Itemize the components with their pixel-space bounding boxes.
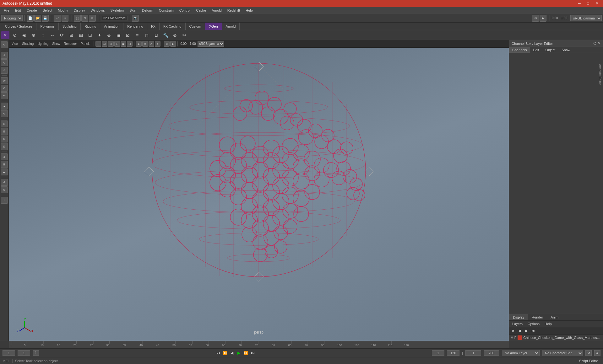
range-start2-input[interactable] bbox=[465, 350, 481, 356]
rotate-tool[interactable]: ↻ bbox=[1, 59, 8, 66]
menu-skin[interactable]: Skin bbox=[127, 8, 139, 13]
scale-tool[interactable]: ⤢ bbox=[1, 67, 8, 74]
render-settings-button[interactable]: ⚙ bbox=[532, 15, 539, 22]
undo-button[interactable]: ↩ bbox=[54, 15, 61, 22]
frame-settings-icon[interactable]: ◈ bbox=[594, 350, 600, 356]
vp-icon-4[interactable]: ⊟ bbox=[114, 41, 120, 47]
options-menu[interactable]: Options bbox=[526, 321, 541, 326]
vp-icon-7[interactable]: ◈ bbox=[136, 41, 142, 47]
play-back-button[interactable]: ◀ bbox=[229, 350, 235, 356]
menu-file[interactable]: File bbox=[1, 8, 12, 13]
layer-prev[interactable]: ◀ bbox=[517, 328, 522, 334]
xgen-tool-13[interactable]: ▣ bbox=[114, 31, 122, 39]
color-profile-select[interactable]: sRGB gamma bbox=[570, 15, 602, 21]
vp-icon-3[interactable]: ⊞ bbox=[108, 41, 114, 47]
xgen-tool-1[interactable]: ✕ bbox=[1, 31, 9, 39]
cbl-tab-render[interactable]: Render bbox=[528, 314, 547, 320]
layer-next-next[interactable]: ⏭ bbox=[530, 328, 536, 334]
channel-box-expand[interactable]: ⬡ bbox=[593, 41, 596, 46]
paint-tool[interactable]: ✏ bbox=[1, 92, 8, 99]
xgen-tool-16[interactable]: ⊓ bbox=[143, 31, 151, 39]
cb-tab-show[interactable]: Show bbox=[558, 47, 573, 53]
play-forward-button[interactable]: ▶ bbox=[236, 350, 242, 356]
display-tool-4[interactable]: ⊡ bbox=[1, 143, 8, 150]
viewport-content[interactable]: persp Y X Z bbox=[9, 48, 509, 341]
connection-tool[interactable]: ⇌ bbox=[1, 169, 8, 175]
curve-tool[interactable]: ∿ bbox=[1, 110, 8, 117]
move-tool[interactable]: ✛ bbox=[1, 52, 8, 59]
tab-curves-surfaces[interactable]: Curves / Surfaces bbox=[1, 23, 36, 30]
xgen-tool-19[interactable]: ⊗ bbox=[171, 31, 179, 39]
cbl-tab-anim[interactable]: Anim bbox=[547, 314, 562, 320]
menu-deform[interactable]: Deform bbox=[139, 8, 156, 13]
paint-select-button[interactable]: ✏ bbox=[89, 15, 96, 22]
char-set-icon[interactable]: ⚙ bbox=[585, 350, 592, 356]
workspace-selector[interactable]: Rigging bbox=[1, 15, 23, 21]
xgen-tool-14[interactable]: ⊠ bbox=[124, 31, 132, 39]
xgen-tool-15[interactable]: ≡ bbox=[133, 31, 141, 39]
attr-spread-tool[interactable]: ⊞ bbox=[1, 161, 8, 168]
tab-polygons[interactable]: Polygons bbox=[36, 23, 58, 30]
xgen-tool-6[interactable]: ↔ bbox=[48, 31, 57, 39]
go-end-button[interactable]: ⏭ bbox=[250, 350, 256, 356]
script-editor-button[interactable]: Script Editor bbox=[577, 358, 600, 363]
cb-tab-channels[interactable]: Channels bbox=[509, 47, 530, 53]
lighting-menu[interactable]: Lighting bbox=[36, 41, 50, 46]
menu-redshift[interactable]: Redshift bbox=[225, 8, 242, 13]
cb-tab-object[interactable]: Object bbox=[542, 47, 558, 53]
range-end2-input[interactable] bbox=[484, 350, 499, 356]
select-tool-button[interactable]: ⬚ bbox=[74, 15, 81, 22]
minimize-button[interactable]: ─ bbox=[576, 1, 583, 6]
tab-fx-caching[interactable]: FX Caching bbox=[160, 23, 185, 30]
xgen-tool-17[interactable]: ⊔ bbox=[152, 31, 160, 39]
menu-windows[interactable]: Windows bbox=[88, 8, 107, 13]
soft-select[interactable]: ◎ bbox=[1, 77, 8, 84]
channel-box-close[interactable]: ✕ bbox=[598, 41, 600, 46]
xgen-tool-2[interactable]: ⊙ bbox=[11, 31, 19, 39]
xgen-tool-10[interactable]: ⊡ bbox=[86, 31, 94, 39]
layers-menu[interactable]: Layers bbox=[510, 321, 524, 326]
menu-control[interactable]: Control bbox=[177, 8, 193, 13]
render-view-tool[interactable]: ◈ bbox=[1, 153, 8, 160]
range-start-input[interactable] bbox=[3, 350, 15, 356]
menu-modify[interactable]: Modify bbox=[55, 8, 70, 13]
maximize-button[interactable]: □ bbox=[585, 1, 591, 6]
extra-tool-3[interactable]: + bbox=[1, 197, 8, 204]
range-end-input[interactable] bbox=[447, 350, 459, 356]
display-tool-2[interactable]: ⊟ bbox=[1, 128, 8, 135]
open-scene-button[interactable]: 📂 bbox=[34, 15, 41, 22]
step-forward-button[interactable]: ⏩ bbox=[243, 350, 249, 356]
menu-help[interactable]: Help bbox=[243, 8, 255, 13]
vp-icon-11[interactable]: ⊛ bbox=[164, 41, 170, 47]
sculpt-tool[interactable]: ▲ bbox=[1, 103, 8, 110]
range-end-right-input[interactable] bbox=[432, 350, 444, 356]
vp-icon-8[interactable]: ⊕ bbox=[142, 41, 148, 47]
menu-create[interactable]: Create bbox=[24, 8, 40, 13]
close-button[interactable]: ✕ bbox=[594, 1, 600, 6]
layer-visibility[interactable]: V bbox=[511, 336, 513, 340]
timeline-ruler[interactable]: 1 5 10 15 20 25 30 35 40 bbox=[9, 341, 509, 348]
menu-select[interactable]: Select bbox=[40, 8, 55, 13]
cbl-tab-display[interactable]: Display bbox=[509, 314, 528, 320]
tab-rendering[interactable]: Rendering bbox=[123, 23, 147, 30]
tab-xgen[interactable]: XGen bbox=[205, 23, 222, 30]
xgen-tool-9[interactable]: ▧ bbox=[77, 31, 85, 39]
tab-rigging[interactable]: Rigging bbox=[81, 23, 100, 30]
vp-icon-6[interactable]: ⊡ bbox=[127, 41, 133, 47]
layer-item[interactable]: V P Chinese_Checkers_Game_with_Glass_Mar… bbox=[509, 335, 603, 341]
go-start-button[interactable]: ⏮ bbox=[215, 350, 221, 356]
save-scene-button[interactable]: 💾 bbox=[42, 15, 49, 22]
panels-menu[interactable]: Panels bbox=[79, 41, 92, 46]
help-menu[interactable]: Help bbox=[543, 321, 554, 326]
layer-next[interactable]: ▶ bbox=[524, 328, 529, 334]
extra-tool-2[interactable]: ⊕ bbox=[1, 186, 8, 193]
tab-arnold[interactable]: Arnold bbox=[222, 23, 240, 30]
xgen-tool-5[interactable]: ↕ bbox=[39, 31, 47, 39]
tab-custom[interactable]: Custom bbox=[186, 23, 205, 30]
frame-checkbox[interactable]: 1 bbox=[33, 350, 39, 356]
vp-icon-5[interactable]: ▣ bbox=[121, 41, 126, 47]
show-menu[interactable]: Show bbox=[51, 41, 62, 46]
display-tool-1[interactable]: ⊞ bbox=[1, 120, 8, 127]
tab-animation[interactable]: Animation bbox=[100, 23, 123, 30]
shading-menu[interactable]: Shading bbox=[21, 41, 35, 46]
